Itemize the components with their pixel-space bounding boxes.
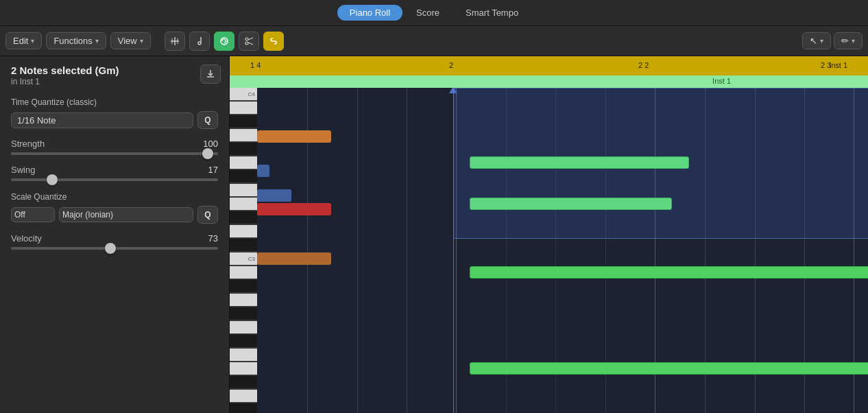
arrow-tool-icon: ↖ xyxy=(810,36,817,46)
view-menu-btn[interactable]: View ▾ xyxy=(110,32,151,49)
velocity-value: 73 xyxy=(197,233,218,244)
beat-line-2 xyxy=(357,88,358,413)
note-brown-1[interactable] xyxy=(257,252,331,265)
svg-line-7 xyxy=(248,38,253,40)
timeline-mark-2: 2 xyxy=(449,61,453,69)
tab-piano-roll[interactable]: Piano Roll xyxy=(337,5,402,21)
note-blue-1[interactable] xyxy=(257,165,269,177)
grid-area[interactable] xyxy=(257,88,868,413)
swing-label: Swing xyxy=(11,165,35,175)
note-icon-btn[interactable] xyxy=(189,32,210,51)
swing-slider[interactable] xyxy=(11,178,218,181)
swing-row: Swing 17 xyxy=(11,165,218,175)
piano-key-Eb3[interactable] xyxy=(230,211,257,224)
svg-point-6 xyxy=(245,42,248,45)
piano-key-Bb2[interactable] xyxy=(230,280,257,293)
strength-thumb[interactable] xyxy=(202,148,213,159)
piano-key-G2[interactable] xyxy=(230,321,257,334)
time-quantize-label: Time Quantize (classic) xyxy=(11,97,218,107)
velocity-label: Velocity xyxy=(11,233,42,244)
piano-key-Db2[interactable] xyxy=(230,403,257,413)
strength-label: Strength xyxy=(11,139,45,149)
scale-type-select[interactable]: Major (Ionian) Minor (Aeolian) Dorian xyxy=(59,207,193,222)
scale-off-select[interactable]: Off On xyxy=(11,207,55,222)
note-green-large-1[interactable] xyxy=(470,266,868,279)
timeline-mark-14: 1 4 xyxy=(250,61,261,69)
link-icon-btn[interactable] xyxy=(263,32,284,51)
toolbar-right: ↖ ▾ ✏ ▾ xyxy=(802,32,863,49)
piano-key-E3[interactable] xyxy=(230,198,257,211)
note-value-select[interactable]: 1/16 Note 1/8 Note 1/4 Note 1/2 Note xyxy=(11,113,193,128)
velocity-slider[interactable] xyxy=(11,247,218,250)
piano-key-B2[interactable] xyxy=(230,266,257,279)
piano-grid-row: C4 C3 xyxy=(230,88,868,413)
pencil-tool-dropdown-icon: ▾ xyxy=(852,37,855,45)
piano-key-Ab3[interactable] xyxy=(230,143,257,156)
piano-key-F2[interactable] xyxy=(230,349,257,362)
piano-key-A2[interactable] xyxy=(230,294,257,307)
notes-selected-subtitle: in Inst 1 xyxy=(11,77,218,86)
time-quantize-row: 1/16 Note 1/8 Note 1/4 Note 1/2 Note Q xyxy=(11,111,218,129)
piano-roll-area: 1 4 2 2 2 2 3 Inst 1 Inst 1 C4 xyxy=(230,56,868,413)
svg-point-5 xyxy=(245,38,248,40)
note-orange-1[interactable] xyxy=(257,130,331,143)
note-blue-2[interactable] xyxy=(257,189,291,202)
quantize-icon-btn[interactable] xyxy=(165,32,185,51)
piano-key-Gb3[interactable] xyxy=(230,170,257,183)
note-green-large-2[interactable] xyxy=(470,362,868,375)
loop-icon-btn[interactable] xyxy=(214,32,234,51)
left-panel: 2 Notes selected (Gm) in Inst 1 Time Qua… xyxy=(0,56,230,413)
top-bar: Piano Roll Score Smart Tempo xyxy=(0,0,868,26)
scale-quantize-q-btn[interactable]: Q xyxy=(197,206,218,224)
timeline-mark-22: 2 2 xyxy=(638,61,649,69)
strength-slider[interactable] xyxy=(11,152,218,155)
arrow-tool-btn[interactable]: ↖ ▾ xyxy=(802,32,831,49)
timeline-header: 1 4 2 2 2 2 3 Inst 1 xyxy=(230,56,868,75)
track-label: Inst 1 xyxy=(829,61,847,69)
edit-label: Edit xyxy=(13,36,28,46)
piano-key-Gb2[interactable] xyxy=(230,335,257,348)
velocity-row: Velocity 73 xyxy=(11,233,218,244)
tab-smart-tempo[interactable]: Smart Tempo xyxy=(453,5,531,21)
functions-menu-btn[interactable]: Functions ▾ xyxy=(46,32,106,49)
piano-key-C4[interactable]: C4 xyxy=(230,88,257,101)
note-green-selected-1[interactable] xyxy=(470,156,689,169)
swing-value: 17 xyxy=(197,165,218,175)
functions-arrow-icon: ▾ xyxy=(95,37,99,45)
edit-arrow-icon: ▾ xyxy=(31,37,34,45)
piano-key-F3[interactable] xyxy=(230,184,257,197)
pencil-tool-btn[interactable]: ✏ ▾ xyxy=(834,32,863,49)
scale-quantize-row: Off On Major (Ionian) Minor (Aeolian) Do… xyxy=(11,206,218,224)
piano-key-D3[interactable] xyxy=(230,225,257,238)
scissors-icon-btn[interactable] xyxy=(239,32,259,51)
piano-key-E2[interactable] xyxy=(230,362,257,375)
region-bar: Inst 1 xyxy=(230,75,868,88)
velocity-thumb[interactable] xyxy=(105,243,116,254)
piano-key-Bb3[interactable] xyxy=(230,115,257,128)
note-green-selected-2[interactable] xyxy=(470,198,672,210)
tab-score[interactable]: Score xyxy=(404,5,452,21)
strength-row: Strength 100 xyxy=(11,139,218,149)
time-quantize-q-btn[interactable]: Q xyxy=(197,111,218,129)
functions-label: Functions xyxy=(53,36,92,46)
view-label: View xyxy=(118,36,137,46)
piano-key-Ab2[interactable] xyxy=(230,307,257,320)
piano-key-A3[interactable] xyxy=(230,129,257,142)
piano-key-C3[interactable]: C3 xyxy=(230,252,257,266)
download-icon-btn[interactable] xyxy=(200,64,221,84)
note-red-1[interactable] xyxy=(257,203,331,215)
piano-keys: C4 C3 xyxy=(230,88,257,413)
scale-quantize-label: Scale Quantize xyxy=(11,192,218,202)
svg-line-8 xyxy=(248,43,253,45)
notes-selected-title: 2 Notes selected (Gm) xyxy=(11,64,218,76)
piano-key-Db3[interactable] xyxy=(230,239,257,252)
edit-menu-btn[interactable]: Edit ▾ xyxy=(5,32,42,49)
piano-key-B3[interactable] xyxy=(230,102,257,115)
pencil-tool-icon: ✏ xyxy=(841,36,849,46)
piano-key-D2[interactable] xyxy=(230,390,257,403)
swing-thumb[interactable] xyxy=(47,174,58,185)
piano-key-Eb2[interactable] xyxy=(230,376,257,389)
piano-key-G3[interactable] xyxy=(230,156,257,169)
main-layout: 2 Notes selected (Gm) in Inst 1 Time Qua… xyxy=(0,56,868,413)
arrow-tool-dropdown-icon: ▾ xyxy=(820,37,823,45)
